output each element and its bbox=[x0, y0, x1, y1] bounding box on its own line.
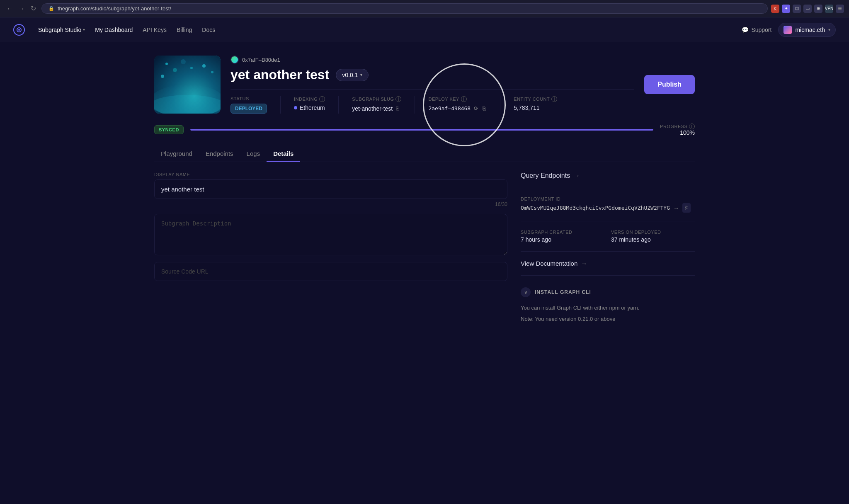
owner-avatar bbox=[230, 56, 239, 64]
version-deployed-group: VERSION DEPLOYED 37 minutes ago bbox=[611, 230, 695, 243]
nav-item-billing[interactable]: Billing bbox=[177, 25, 192, 35]
subgraph-created-label: SUBGRAPH CREATED bbox=[521, 230, 604, 235]
deployment-id-arrow[interactable]: → bbox=[673, 205, 679, 211]
entity-count-value: 5,783,711 bbox=[514, 104, 557, 111]
svg-point-6 bbox=[181, 59, 186, 64]
install-cli-line1: You can install Graph CLI with either np… bbox=[521, 304, 695, 313]
subgraph-info: 0x7afF–B80de1 yet another test v0.0.1 ▾ … bbox=[230, 56, 634, 114]
ext-icon-3: ⊡ bbox=[793, 5, 801, 13]
user-menu-button[interactable]: micmac.eth ▾ bbox=[778, 23, 836, 37]
chevron-down-icon: ▾ bbox=[83, 27, 85, 32]
description-group bbox=[154, 214, 507, 255]
svg-point-3 bbox=[165, 63, 168, 65]
version-deployed-value: 37 minutes ago bbox=[611, 236, 695, 243]
query-endpoints-link[interactable]: Query Endpoints → bbox=[521, 172, 695, 179]
svg-point-10 bbox=[154, 95, 221, 114]
back-button[interactable]: ← bbox=[5, 4, 15, 14]
progress-bar-fill bbox=[190, 129, 653, 131]
slug-copy-button[interactable]: ⎘ bbox=[395, 104, 400, 112]
indexing-info-icon[interactable]: i bbox=[319, 96, 325, 102]
navbar-logo bbox=[13, 24, 25, 36]
stat-entity-count: ENTITY COUNT i 5,783,711 bbox=[514, 96, 570, 114]
subgraph-created-value: 7 hours ago bbox=[521, 236, 604, 243]
nav-item-subgraph-studio[interactable]: Subgraph Studio ▾ bbox=[38, 27, 85, 33]
eth-icon bbox=[294, 106, 297, 109]
menu-icon[interactable]: ≡ bbox=[836, 5, 844, 13]
tab-endpoints[interactable]: Endpoints bbox=[199, 146, 240, 162]
deployment-id-label: DEPLOYMENT ID bbox=[521, 196, 695, 201]
entity-count-label: ENTITY COUNT i bbox=[514, 96, 557, 102]
deploy-key-copy-button[interactable]: ⎘ bbox=[482, 104, 487, 112]
tab-playground[interactable]: Playground bbox=[154, 146, 199, 162]
subgraph-title-row: yet another test v0.0.1 ▾ bbox=[230, 67, 634, 82]
deployment-id-value: QmWCsvMU2qeJ88Md3ckqhciCvxPGdomeiCqVZhUZ… bbox=[521, 205, 670, 211]
status-label: STATUS bbox=[230, 96, 267, 101]
deploy-key-value: 2ae9af–498468 ⟳ ⎘ bbox=[428, 104, 487, 112]
accordion-expand-icon: ∨ bbox=[521, 287, 531, 297]
version-label: v0.0.1 bbox=[342, 72, 358, 78]
tab-logs[interactable]: Logs bbox=[240, 146, 267, 162]
deployed-badge: DEPLOYED bbox=[230, 104, 267, 114]
install-cli-accordion[interactable]: ∨ INSTALL GRAPH CLI bbox=[521, 284, 695, 300]
version-deployed-label: VERSION DEPLOYED bbox=[611, 230, 695, 235]
forward-button[interactable]: → bbox=[17, 4, 27, 14]
display-name-label: DISPLAY NAME bbox=[154, 172, 507, 177]
nav-item-api-keys[interactable]: API Keys bbox=[143, 25, 167, 35]
synced-badge: SYNCED bbox=[154, 125, 184, 134]
publish-button[interactable]: Publish bbox=[644, 75, 695, 94]
navbar: Subgraph Studio ▾ My Dashboard API Keys … bbox=[0, 17, 849, 42]
ext-icon-4: ▭ bbox=[803, 5, 812, 13]
meta-grid: SUBGRAPH CREATED 7 hours ago VERSION DEP… bbox=[521, 230, 695, 243]
deploy-key-info-icon[interactable]: i bbox=[461, 96, 467, 102]
install-cli-title: INSTALL GRAPH CLI bbox=[535, 289, 591, 295]
progress-row: SYNCED PROGRESS i 100% bbox=[154, 124, 695, 136]
stats-row: STATUS DEPLOYED INDEXING i Ethereum bbox=[230, 89, 634, 114]
display-name-input[interactable] bbox=[154, 179, 507, 199]
logo-icon bbox=[13, 24, 25, 36]
progress-bar-container bbox=[190, 129, 653, 131]
status-value: DEPLOYED bbox=[230, 104, 267, 114]
ext-icon-1: K bbox=[771, 5, 779, 13]
ext-icon-2: ✦ bbox=[782, 5, 790, 13]
navbar-right: 💬 Support micmac.eth ▾ bbox=[742, 23, 836, 37]
vpn-icon: VPN bbox=[825, 5, 833, 13]
svg-point-9 bbox=[211, 71, 213, 73]
entity-count-info-icon[interactable]: i bbox=[551, 96, 557, 102]
description-textarea[interactable] bbox=[154, 214, 507, 255]
view-docs-link[interactable]: View Documentation → bbox=[521, 260, 695, 267]
user-menu-chevron: ▾ bbox=[828, 27, 830, 32]
subgraph-header: 0x7afF–B80de1 yet another test v0.0.1 ▾ … bbox=[154, 56, 695, 114]
version-selector[interactable]: v0.0.1 ▾ bbox=[336, 69, 369, 81]
deployment-id-copy-button[interactable]: ⎘ bbox=[682, 203, 691, 213]
display-name-group: DISPLAY NAME 16/30 bbox=[154, 172, 507, 207]
navbar-nav: Subgraph Studio ▾ My Dashboard API Keys … bbox=[38, 25, 728, 35]
source-url-input[interactable] bbox=[154, 262, 507, 281]
meta-section: SUBGRAPH CREATED 7 hours ago VERSION DEP… bbox=[521, 230, 695, 252]
subgraph-created-group: SUBGRAPH CREATED 7 hours ago bbox=[521, 230, 604, 243]
main-content: 0x7afF–B80de1 yet another test v0.0.1 ▾ … bbox=[134, 42, 715, 349]
progress-value: 100% bbox=[660, 129, 695, 136]
slug-info-icon[interactable]: i bbox=[395, 96, 401, 102]
deploy-key-refresh-button[interactable]: ⟳ bbox=[473, 104, 479, 112]
query-endpoints-section: Query Endpoints → bbox=[521, 172, 695, 188]
source-url-group bbox=[154, 262, 507, 281]
subgraph-owner: 0x7afF–B80de1 bbox=[230, 56, 634, 64]
deployment-id-section: DEPLOYMENT ID QmWCsvMU2qeJ88Md3ckqhciCvx… bbox=[521, 196, 695, 221]
svg-point-8 bbox=[202, 64, 206, 68]
address-bar[interactable]: 🔒 thegraph.com/studio/subgraph/yet-anoth… bbox=[41, 3, 768, 14]
slug-value: yet-another-test ⎘ bbox=[352, 104, 401, 112]
view-docs-section: View Documentation → bbox=[521, 260, 695, 276]
tab-details[interactable]: Details bbox=[267, 146, 300, 162]
progress-info-icon[interactable]: i bbox=[689, 124, 695, 129]
deployment-id-row: QmWCsvMU2qeJ88Md3ckqhciCvxPGdomeiCqVZhUZ… bbox=[521, 203, 695, 213]
left-column: DISPLAY NAME 16/30 bbox=[154, 172, 507, 335]
svg-rect-2 bbox=[784, 27, 791, 33]
support-button[interactable]: 💬 Support bbox=[742, 27, 771, 33]
tabs-row: Playground Endpoints Logs Details bbox=[154, 146, 695, 162]
stat-deploy-key: DEPLOY KEY i 2ae9af–498468 ⟳ ⎘ bbox=[428, 96, 500, 114]
nav-item-dashboard[interactable]: My Dashboard bbox=[95, 25, 133, 35]
nav-item-docs[interactable]: Docs bbox=[202, 25, 215, 35]
refresh-button[interactable]: ↻ bbox=[28, 4, 38, 14]
planet-visual bbox=[154, 56, 221, 114]
query-endpoints-arrow: → bbox=[573, 172, 580, 179]
